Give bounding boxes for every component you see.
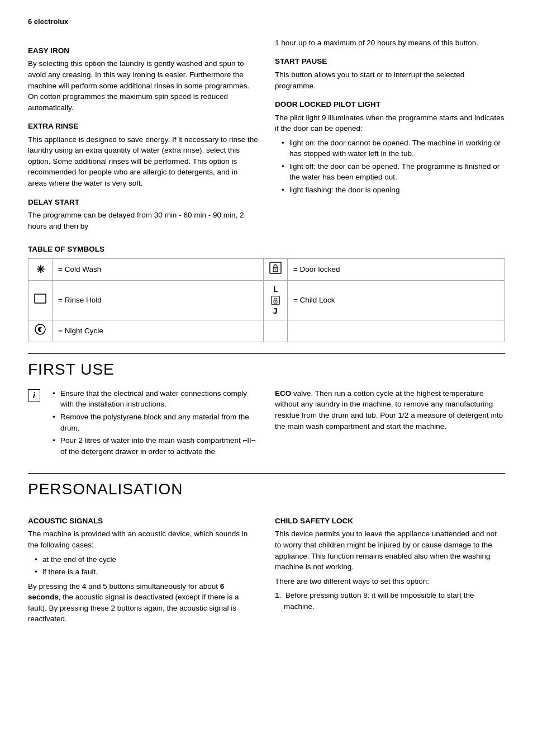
right-column: 1 hour up to a maximum of 20 hours by me… (275, 37, 505, 235)
first-use-right: ECO valve. Then run a cotton cycle at th… (275, 388, 505, 462)
bullet-light-off: light off: the door can be opened. The p… (282, 161, 505, 183)
door-locked-bullets: light on: the door cannot be opened. The… (275, 138, 505, 196)
first-use-bullet-2: Remove the polystyrene block and any mat… (53, 412, 258, 433)
svg-point-6 (275, 301, 275, 302)
acoustic-bullet-2: if there is a fault. (35, 566, 258, 578)
first-use-bullets: Ensure that the electrical and water con… (46, 388, 258, 459)
night-cycle-label: = Night Cycle (53, 320, 264, 342)
info-icon: i (28, 389, 40, 401)
personalisation-heading: PERSONALISATION (28, 473, 505, 501)
symbols-table: ✳ = Cold Wash = Door locked = Rinse Hold (28, 258, 505, 342)
table-row: = Night Cycle (28, 320, 505, 342)
delay-start-body: The programme can be delayed from 30 min… (28, 210, 258, 231)
start-pause-title: START PAUSE (275, 56, 505, 67)
door-locked-intro: The pilot light 9 illuminates when the p… (275, 112, 505, 134)
child-safety-title: CHILD SAFETY LOCK (275, 516, 505, 527)
info-box: i Ensure that the electrical and water c… (28, 388, 258, 462)
door-locked-icon (263, 258, 287, 280)
delay-start-cont: 1 hour up to a maximum of 20 hours by me… (275, 37, 505, 49)
bullet-light-on: light on: the door cannot be opened. The… (282, 138, 505, 159)
cold-wash-icon: ✳ (28, 258, 53, 280)
easy-iron-title: EASY IRON (28, 45, 258, 56)
svg-point-2 (275, 269, 276, 270)
child-lock-icon: L J (263, 280, 287, 320)
start-pause-body: This button allows you to start or to in… (275, 69, 505, 91)
acoustic-body1: By pressing the 4 and 5 buttons simultan… (28, 582, 218, 590)
door-locked-label: = Door locked (287, 258, 505, 280)
table-row: = Rinse Hold L J = Child Lock (28, 280, 505, 320)
door-locked-title: DOOR LOCKED PILOT LIGHT (275, 99, 505, 110)
symbols-section: TABLE OF SYMBOLS ✳ = Cold Wash = Door lo… (28, 244, 505, 342)
first-use-bullet-3: Pour 2 litres of water into the main was… (53, 435, 258, 457)
bullet-light-flash: light flashing: the door is opening (282, 185, 505, 196)
first-use-right-text: ECO valve. Then run a cotton cycle at th… (275, 388, 505, 432)
first-use-bullet-1: Ensure that the electrical and water con… (53, 388, 258, 410)
empty-icon (263, 320, 287, 342)
first-use-heading: FIRST USE (28, 353, 505, 381)
rinse-hold-label: = Rinse Hold (53, 280, 264, 320)
page-number: 6 electrolux (28, 17, 505, 27)
first-use-section: i Ensure that the electrical and water c… (28, 388, 505, 462)
left-column: EASY IRON By selecting this option the l… (28, 37, 258, 235)
extra-rinse-title: EXTRA RINSE (28, 121, 258, 132)
easy-iron-body: By selecting this option the laundry is … (28, 58, 258, 113)
svg-rect-3 (35, 294, 46, 303)
personalisation-section: ACOUSTIC SIGNALS The machine is provided… (28, 508, 505, 628)
cold-wash-label: = Cold Wash (53, 258, 264, 280)
delay-start-title: DELAY START (28, 197, 258, 208)
acoustic-intro: The machine is provided with an acoustic… (28, 528, 258, 550)
acoustic-body: By pressing the 4 and 5 buttons simultan… (28, 581, 258, 625)
child-safety-item1: 1. Before pressing button 8: it will be … (275, 590, 505, 612)
acoustic-bullet-1: at the end of the cycle (35, 554, 258, 565)
child-lock-label: = Child Lock (287, 280, 505, 320)
night-cycle-icon (28, 320, 53, 342)
symbols-title: TABLE OF SYMBOLS (28, 244, 505, 255)
child-safety-item1-text: Before pressing button 8: it will be imp… (284, 591, 474, 611)
acoustic-body2: , the acoustic signal is deactivated (ex… (28, 593, 239, 623)
eco-label: ECO (275, 389, 291, 398)
acoustic-bullets: at the end of the cycle if there is a fa… (28, 554, 258, 578)
extra-rinse-body: This appliance is designed to save energ… (28, 134, 258, 189)
child-safety-item1-num: 1. (275, 591, 281, 599)
rinse-hold-icon (28, 280, 53, 320)
table-row: ✳ = Cold Wash = Door locked (28, 258, 505, 280)
child-safety-body2: There are two different ways to set this… (275, 576, 505, 587)
first-use-left: i Ensure that the electrical and water c… (28, 388, 258, 462)
acoustic-title: ACOUSTIC SIGNALS (28, 516, 258, 527)
acoustic-col: ACOUSTIC SIGNALS The machine is provided… (28, 508, 258, 628)
child-safety-col: CHILD SAFETY LOCK This device permits yo… (275, 508, 505, 628)
child-safety-body1: This device permits you to leave the app… (275, 528, 505, 572)
empty-label (287, 320, 505, 342)
first-use-right-cont: valve. Then run a cotton cycle at the hi… (275, 389, 503, 431)
